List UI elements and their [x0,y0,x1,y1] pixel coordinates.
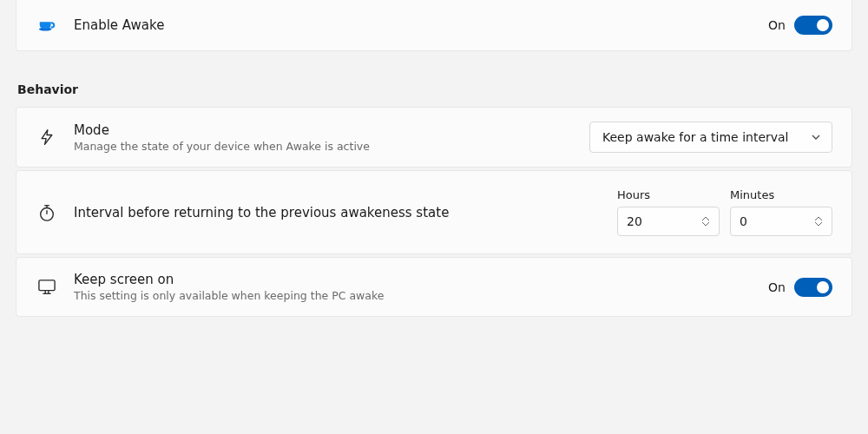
hours-stepper-icon[interactable] [701,216,710,227]
keep-screen-row: Keep screen on This setting is only avai… [16,257,852,317]
monitor-icon [36,276,58,299]
interval-title: Interval before returning to the previou… [74,205,602,220]
hours-value: 20 [627,214,642,228]
enable-awake-toggle[interactable] [794,16,832,35]
keep-screen-sub: This setting is only available when keep… [74,289,753,302]
interval-row: Interval before returning to the previou… [16,170,852,254]
lightning-icon [36,126,58,148]
keep-screen-status: On [768,280,786,294]
minutes-stepper-icon[interactable] [814,216,823,227]
enable-awake-title: Enable Awake [74,17,753,33]
mode-sub: Manage the state of your device when Awa… [74,140,574,153]
minutes-label: Minutes [730,188,832,201]
mode-row: Mode Manage the state of your device whe… [16,107,852,168]
minutes-value: 0 [740,214,747,228]
stopwatch-icon [36,201,58,224]
enable-awake-status: On [768,18,786,32]
minutes-input[interactable]: 0 [730,207,832,236]
chevron-down-icon [811,132,821,142]
behavior-section-title: Behavior [17,82,852,96]
cup-icon [36,14,58,36]
mode-select[interactable]: Keep awake for a time interval [589,122,832,153]
svg-point-1 [41,207,54,220]
keep-screen-title: Keep screen on [74,272,753,287]
hours-input[interactable]: 20 [617,207,720,236]
keep-screen-toggle[interactable] [794,278,832,297]
hours-label: Hours [617,188,720,201]
mode-title: Mode [74,122,574,138]
svg-rect-5 [39,279,55,290]
enable-awake-row: Enable Awake On [16,0,852,51]
mode-select-value: Keep awake for a time interval [602,130,789,144]
